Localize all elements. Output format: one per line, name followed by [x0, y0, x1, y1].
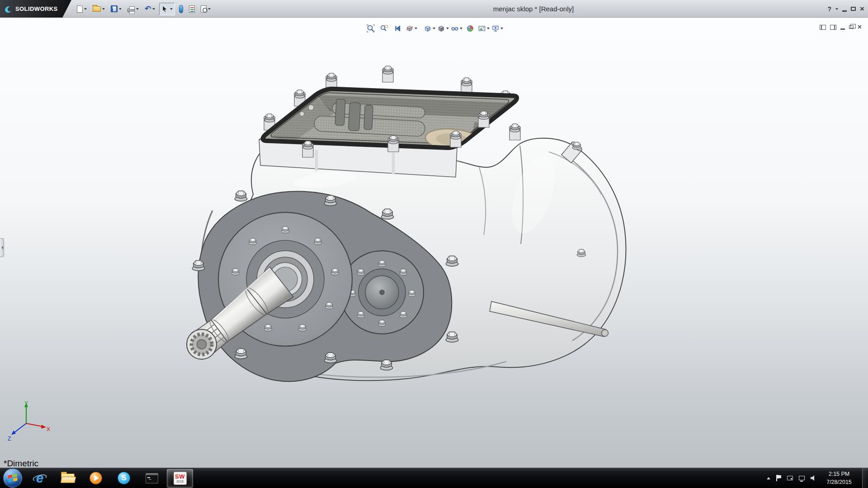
taskbar-internet-explorer[interactable]: e	[27, 469, 53, 488]
document-window-controls: ×	[820, 23, 862, 31]
zoom-to-fit-button[interactable]	[365, 23, 377, 34]
previous-view-button[interactable]	[392, 23, 404, 34]
view-orientation-cube-icon	[424, 24, 432, 33]
rebuild-capsule-icon	[179, 5, 183, 13]
undo-icon: ↶	[145, 5, 151, 13]
featuremanager-flyout-tab[interactable]	[0, 238, 4, 257]
view-orientation-label: *Dimetric	[4, 459, 38, 469]
chevron-down-icon	[136, 8, 139, 10]
pane-right-icon[interactable]	[830, 25, 836, 30]
taskbar-skype[interactable]: S	[111, 469, 137, 488]
open-button[interactable]	[91, 3, 107, 15]
minimize-button[interactable]	[842, 10, 847, 12]
action-center-flag-icon[interactable]	[776, 475, 781, 481]
edit-appearance-sphere-icon	[466, 24, 475, 33]
pane-left-icon[interactable]	[820, 25, 826, 30]
network-icon[interactable]	[799, 476, 805, 480]
solidworks-icon: SW 2015	[174, 472, 187, 485]
device-icon[interactable]	[787, 476, 793, 480]
previous-view-icon	[393, 24, 402, 33]
title-bar: SOLIDWORKS ↶	[0, 0, 868, 18]
taskbar-solidworks-active[interactable]: SW 2015	[167, 469, 193, 488]
file-properties-icon	[189, 5, 195, 13]
triad-x-label: X	[47, 426, 50, 432]
brand-text: SOLIDWORKS	[15, 5, 58, 12]
hide-show-glasses-icon	[451, 24, 459, 33]
graphics-viewport[interactable]: × Y X Z *Dimetric	[0, 18, 868, 468]
chevron-down-icon	[84, 8, 87, 10]
gearbox-3d-model[interactable]	[0, 18, 868, 468]
chevron-down-icon	[119, 8, 122, 10]
chevron-down-icon	[170, 8, 173, 10]
view-settings-icon	[491, 24, 500, 33]
chevron-down-icon	[415, 28, 417, 29]
orientation-triad: Y X Z	[7, 400, 51, 441]
display-style-icon	[437, 24, 445, 33]
tray-expand-icon[interactable]	[767, 477, 770, 479]
save-button[interactable]	[109, 3, 123, 15]
quick-access-toolbar: ↶	[75, 0, 212, 18]
start-button[interactable]	[3, 469, 22, 488]
close-button[interactable]: ×	[860, 5, 864, 13]
file-properties-button[interactable]	[187, 3, 197, 15]
chevron-down-icon	[152, 8, 155, 10]
options-gear-icon	[201, 5, 207, 13]
print-button[interactable]	[126, 3, 141, 15]
doc-minimize-button[interactable]	[840, 28, 845, 30]
folder-icon	[61, 474, 75, 483]
speaker-icon[interactable]	[811, 475, 816, 481]
select-tool-button[interactable]	[159, 3, 175, 15]
view-orientation-button[interactable]	[424, 23, 435, 34]
show-desktop-button[interactable]	[862, 468, 868, 488]
help-button[interactable]: ?	[828, 5, 832, 13]
chevron-down-icon[interactable]	[835, 8, 838, 10]
display-style-button[interactable]	[437, 23, 449, 34]
hide-show-items-button[interactable]	[451, 23, 462, 34]
chevron-down-icon	[487, 28, 490, 29]
taskbar-clock[interactable]: 2:15 PM 7/28/2015	[822, 470, 856, 486]
heads-up-view-toolbar	[365, 23, 503, 34]
section-view-button[interactable]	[406, 23, 417, 34]
undo-button[interactable]: ↶	[143, 3, 157, 15]
section-view-icon	[406, 24, 414, 33]
zoom-to-fit-icon	[366, 24, 375, 33]
taskbar-windows-explorer[interactable]	[55, 469, 81, 488]
secondary-boss[interactable]	[340, 251, 424, 334]
select-cursor-icon	[161, 5, 169, 13]
zoom-to-area-icon	[380, 24, 389, 33]
chevron-down-icon	[460, 28, 462, 29]
system-tray: 2:15 PM 7/28/2015	[767, 468, 860, 488]
chevron-down-icon	[446, 28, 449, 29]
new-document-button[interactable]	[75, 3, 89, 15]
edit-appearance-button[interactable]	[464, 23, 476, 34]
open-folder-icon	[93, 6, 101, 12]
view-settings-button[interactable]	[491, 23, 503, 34]
options-button[interactable]	[199, 3, 212, 15]
chevron-down-icon	[208, 8, 211, 10]
apply-scene-button[interactable]	[478, 23, 490, 34]
document-title: menjac sklop * [Read-only]	[466, 0, 601, 18]
window-controls: ? ×	[828, 0, 865, 18]
solidworks-window: SOLIDWORKS ↶	[0, 0, 868, 488]
chevron-down-icon	[102, 8, 105, 10]
internet-explorer-icon: e	[33, 471, 47, 485]
new-document-icon	[77, 5, 83, 13]
zoom-to-area-button[interactable]	[378, 23, 390, 34]
doc-close-button[interactable]: ×	[858, 23, 862, 31]
restore-button[interactable]	[851, 7, 856, 11]
apply-scene-icon	[478, 24, 486, 33]
rebuild-button[interactable]	[177, 3, 185, 15]
windows-flag-icon	[8, 474, 18, 482]
doc-restore-button[interactable]	[849, 25, 854, 29]
taskbar-media-player[interactable]	[83, 469, 109, 488]
dassault-logo-icon	[4, 5, 13, 14]
skype-icon: S	[118, 472, 130, 484]
windows-taskbar: e S SW 2015 2:15	[0, 468, 868, 488]
brand-plate: SOLIDWORKS	[0, 0, 71, 18]
clock-date: 7/28/2015	[822, 478, 856, 486]
print-icon	[127, 9, 135, 12]
command-prompt-icon	[146, 473, 158, 483]
taskbar-command-prompt[interactable]	[139, 469, 165, 488]
chevron-down-icon	[500, 28, 503, 29]
clock-time: 2:15 PM	[822, 470, 856, 478]
